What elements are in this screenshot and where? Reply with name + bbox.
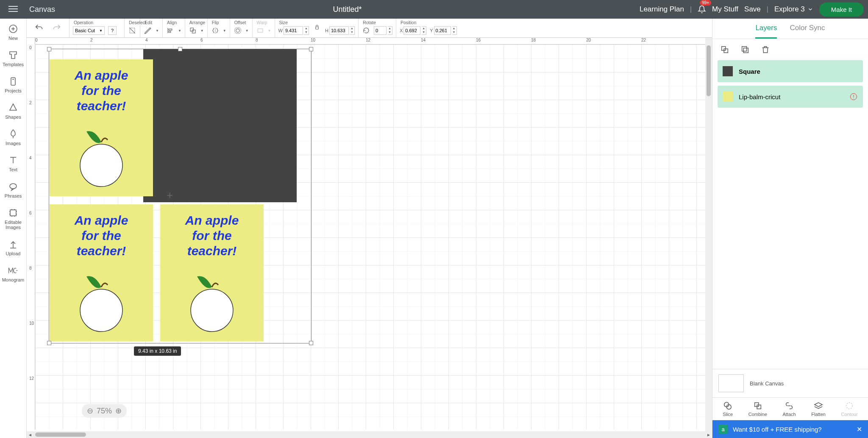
rotate-icon[interactable] [362, 26, 370, 35]
nav-phrases[interactable]: Phrases [5, 181, 22, 198]
redo-icon[interactable] [52, 23, 61, 33]
canvas-area[interactable]: + An applefor theteacher! An applefor th… [35, 45, 712, 430]
rotate-input[interactable]: 0▲▼ [374, 26, 392, 35]
machine-name: Explore 3 [774, 5, 805, 14]
nav-text[interactable]: Text [8, 155, 18, 172]
warning-icon[interactable]: ! [850, 93, 857, 100]
scrollbar-thumb[interactable] [35, 432, 86, 437]
resize-handle[interactable] [178, 47, 182, 51]
layer-item-lipbalm[interactable]: Lip-balm-cricut ! [718, 86, 863, 108]
svg-point-22 [234, 28, 241, 34]
arrange-group: Arrange ▼ [185, 19, 207, 37]
y-input[interactable]: Y0.261▲▼ [430, 26, 456, 35]
ruler-vertical: 024681012 [27, 38, 35, 430]
nav-projects[interactable]: Projects [5, 76, 22, 93]
height-input[interactable]: H10.633▲▼ [325, 26, 355, 35]
horizontal-scrollbar[interactable]: ◄ ► [27, 431, 712, 438]
x-value: 0.692 [403, 26, 420, 35]
blank-canvas-label: Blank Canvas [750, 380, 784, 387]
notifications-icon[interactable]: 99+ [698, 5, 706, 14]
resize-handle[interactable] [309, 341, 313, 345]
resize-handle[interactable] [309, 47, 313, 51]
edit-icon[interactable] [144, 26, 152, 35]
group-label: Arrange [189, 20, 205, 25]
x-input[interactable]: X0.692▲▼ [400, 26, 426, 35]
tab-layers[interactable]: Layers [755, 24, 777, 39]
selection-bounding-box[interactable]: 9.43 in x 10.63 in [49, 49, 312, 343]
tool-attach[interactable]: Attach [782, 401, 796, 417]
my-stuff-link[interactable]: My Stuff [712, 5, 738, 14]
offset-icon[interactable] [234, 26, 242, 35]
svg-rect-30 [742, 47, 747, 51]
operation-help[interactable]: ? [108, 26, 117, 35]
zoom-control[interactable]: ⊖ 75% ⊕ [82, 404, 127, 418]
zoom-out-icon[interactable]: ⊖ [87, 406, 93, 416]
height-value: 10.633 [329, 26, 349, 35]
zoom-in-icon[interactable]: ⊕ [115, 406, 122, 416]
nav-upload[interactable]: Upload [6, 239, 21, 256]
tool-slice[interactable]: Slice [723, 401, 733, 417]
nav-label: New [8, 36, 18, 41]
flip-icon[interactable] [211, 26, 220, 35]
nav-editable-images[interactable]: EditableImages [5, 208, 22, 230]
svg-point-37 [846, 403, 853, 409]
nav-monogram[interactable]: Monogram [2, 265, 25, 282]
nav-label: Templates [3, 62, 24, 67]
nav-shapes[interactable]: Shapes [5, 103, 21, 120]
group-label: Offset [234, 20, 246, 25]
resize-handle[interactable] [47, 47, 51, 51]
deselect-icon[interactable] [128, 26, 136, 35]
align-icon[interactable] [166, 26, 175, 35]
header-right: Learning Plan | 99+ My Stuff Save | Expl… [640, 3, 864, 17]
tab-colorsync[interactable]: Color Sync [790, 24, 825, 39]
nav-label: Projects [5, 88, 22, 93]
operation-select[interactable]: Basic Cut▼ [73, 26, 105, 35]
document-title[interactable]: Untitled* [55, 5, 640, 14]
svg-rect-17 [169, 31, 171, 33]
rotate-value: 0 [374, 26, 387, 35]
undo-icon[interactable] [34, 23, 44, 33]
learning-plan-link[interactable]: Learning Plan [640, 5, 684, 14]
scroll-right-arrow[interactable]: ► [705, 432, 712, 437]
svg-point-21 [236, 29, 239, 32]
layer-tools: Slice Combine Attach Flatten Contour [712, 397, 868, 420]
layer-item-square[interactable]: Square [718, 60, 863, 82]
width-value: 9.431 [284, 26, 303, 35]
promo-banner[interactable]: a Want $10 off + FREE shipping? ✕ [712, 420, 868, 438]
lock-aspect-icon[interactable] [314, 24, 320, 30]
save-button[interactable]: Save [744, 5, 761, 14]
blank-canvas-row[interactable]: Blank Canvas [712, 369, 868, 397]
nav-templates[interactable]: Templates [3, 50, 24, 67]
group-label: Edit [145, 20, 152, 25]
menu-icon[interactable] [8, 4, 19, 14]
svg-rect-29 [724, 49, 728, 53]
nav-images[interactable]: Images [6, 129, 21, 146]
width-input[interactable]: W9.431▲▼ [278, 26, 309, 35]
svg-marker-5 [10, 104, 17, 110]
vertical-scrollbar[interactable] [705, 38, 712, 431]
duplicate-icon[interactable] [740, 45, 750, 54]
tool-flatten[interactable]: Flatten [811, 401, 826, 417]
tool-combine[interactable]: Combine [748, 401, 767, 417]
chevron-down-icon [807, 6, 813, 12]
machine-dropdown[interactable]: Explore 3 [774, 5, 813, 14]
resize-handle[interactable] [47, 341, 51, 345]
scrollbar-thumb[interactable] [707, 45, 711, 96]
separator: | [767, 6, 768, 13]
svg-rect-34 [754, 403, 758, 407]
warp-icon [256, 26, 264, 35]
group-icon[interactable] [720, 45, 729, 54]
trash-icon[interactable] [761, 45, 770, 54]
make-it-button[interactable]: Make It [819, 3, 864, 17]
scroll-left-arrow[interactable]: ◄ [27, 432, 33, 437]
nav-new[interactable]: New [8, 24, 18, 41]
arrange-icon[interactable] [189, 26, 197, 35]
nav-label: Upload [6, 251, 21, 256]
close-icon[interactable]: ✕ [857, 425, 862, 433]
align-group: Align ▼ [162, 19, 185, 37]
flip-group: Flip ▼ [207, 19, 230, 37]
group-label: Size [279, 20, 288, 25]
group-label: Rotate [363, 20, 376, 25]
operation-group: Operation Basic Cut▼ ? [69, 19, 124, 37]
separator: | [690, 6, 692, 13]
